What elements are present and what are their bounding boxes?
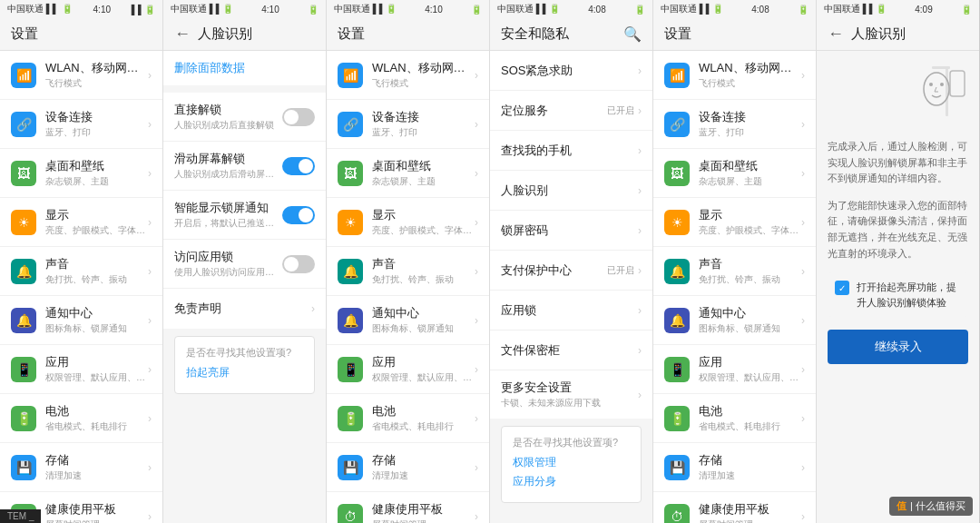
app-lock-sub: 使用人脸识别访问应用锁及被锁定应用 [174, 266, 282, 279]
search-suggest-1: 是否在寻找其他设置项? 抬起亮屏 [174, 336, 315, 394]
settings-item-battery-1[interactable]: 🔋 电池 省电模式、耗电排行 › [0, 394, 162, 443]
applock-item[interactable]: 应用锁 › [490, 291, 652, 331]
settings-item-wallpaper-1[interactable]: 🖼 桌面和壁纸 杂志锁屏、主题 › [0, 149, 162, 198]
item-apps-5[interactable]: 📱 应用 权限管理、默认应用、应用分身 › [653, 345, 816, 394]
app-lock-item[interactable]: 访问应用锁 使用人脸识别访问应用锁及被锁定应用 [163, 240, 326, 289]
settings-scroll-5[interactable]: 📶 WLAN、移动网络、 飞行模式 › 🔗 设备连接 蓝牙、打印 › [653, 51, 816, 523]
time-4: 4:08 [588, 5, 605, 15]
smart-notify-item[interactable]: 智能显示锁屏通知 开启后，将默认已推送通知详情，仅当人脸识别成功后才会显示 [163, 191, 326, 240]
slide-unlock-item[interactable]: 滑动屏幕解锁 人脸识别成功后滑动屏幕解锁 [163, 142, 326, 191]
wakeup-checkbox[interactable]: ✓ [835, 281, 849, 295]
back-button-2[interactable]: ← [174, 25, 191, 44]
item-sound-3[interactable]: 🔔 声音 免打扰、铃声、振动 › [327, 247, 489, 296]
find-phone-item[interactable]: 查找我的手机 › [490, 131, 652, 171]
item-notify-3[interactable]: 🔔 通知中心 图标角标、锁屏通知 › [327, 296, 489, 345]
item-sound-5[interactable]: 🔔 声音 免打扰、铃声、振动 › [653, 247, 816, 296]
settings-scroll-1[interactable]: 📶 WLAN、移动网络、 飞行模式 › 🔗 设备连接 蓝牙、打印 › [0, 51, 162, 523]
time-6: 4:09 [915, 5, 932, 15]
back-button-6[interactable]: ← [828, 25, 844, 44]
item-wallpaper-5[interactable]: 🖼 桌面和壁纸 杂志锁屏、主题 › [653, 149, 816, 198]
icons-5: 🔋 [798, 5, 808, 15]
notification-icon-1: 🔔 [11, 308, 36, 333]
item-health-3[interactable]: ⏱ 健康使用平板 屏幕时间管理 › [327, 492, 489, 523]
suggest-title-2: 是否在寻找其他设置项? [513, 436, 630, 449]
slide-unlock-toggle[interactable] [282, 157, 315, 175]
carrier-4: 中国联通 ▌▌🔋 [497, 3, 560, 15]
chevron-2: › [148, 118, 152, 131]
item-network-3[interactable]: 📶 WLAN、移动网络、 飞行模式 › [327, 51, 489, 100]
item-device-3[interactable]: 🔗 设备连接 蓝牙、打印 › [327, 100, 489, 149]
item-apps-3[interactable]: 📱 应用 权限管理、默认应用、应用分身 › [327, 345, 489, 394]
display-icon-1: ☀ [11, 210, 36, 235]
svg-point-3 [924, 73, 949, 105]
safe-item[interactable]: 文件保密柜 › [490, 331, 652, 370]
lock-password-item[interactable]: 锁屏密码 › [490, 211, 652, 251]
item-device-5[interactable]: 🔗 设备连接 蓝牙、打印 › [653, 100, 816, 149]
settings-item-display-1[interactable]: ☀ 显示 亮度、护眼模式、字体与显示大小 › [0, 198, 162, 247]
apps-sub-1: 权限管理、默认应用、应用分身 [45, 371, 148, 384]
safe-title: 文件保密柜 [501, 342, 638, 359]
direct-unlock-item[interactable]: 直接解锁 人脸识别成功后直接解锁 [163, 93, 326, 142]
face-id-item[interactable]: 人脸识别 › [490, 171, 652, 211]
disclaimer-item[interactable]: 免责声明 › [163, 289, 326, 329]
icons-4: 🔋 [634, 5, 645, 15]
item-notify-5[interactable]: 🔔 通知中心 图标角标、锁屏通知 › [653, 296, 816, 345]
icons-6: 🔋 [961, 5, 972, 15]
item-network-5[interactable]: 📶 WLAN、移动网络、 飞行模式 › [653, 51, 816, 100]
item-battery-5[interactable]: 🔋 电池 省电模式、耗电排行 › [653, 394, 816, 443]
chevron-9: › [148, 461, 152, 474]
settings-item-network-1[interactable]: 📶 WLAN、移动网络、 飞行模式 › [0, 51, 162, 100]
nav-bar-6: ← 人脸识别 [817, 18, 979, 51]
disclaimer-chevron: › [311, 302, 315, 315]
icons-3: 🔋 [471, 5, 482, 15]
settings-scroll-3[interactable]: 📶 WLAN、移动网络、 飞行模式 › 🔗 设备连接 蓝牙、打印 › [327, 51, 489, 523]
smart-notify-toggle[interactable] [282, 206, 315, 224]
settings-item-storage-1[interactable]: 💾 存储 清理加速 › [0, 443, 162, 492]
payment-item[interactable]: 支付保护中心 已开启 › [490, 251, 652, 291]
item-storage-3[interactable]: 💾 存储 清理加速 › [327, 443, 489, 492]
suggest-permissions[interactable]: 权限管理 [513, 455, 630, 470]
location-badge: 已开启 [607, 104, 634, 117]
chevron-7: › [148, 363, 152, 376]
storage-title-1: 存储 [45, 452, 148, 469]
item-wallpaper-3[interactable]: 🖼 桌面和壁纸 杂志锁屏、主题 › [327, 149, 489, 198]
face-id-title: 人脸识别 [501, 183, 638, 199]
suggest-appclone[interactable]: 应用分身 [513, 474, 630, 489]
enroll-button[interactable]: 继续录入 [828, 330, 968, 364]
settings-section-3: 📶 WLAN、移动网络、 飞行模式 › 🔗 设备连接 蓝牙、打印 › [327, 51, 489, 523]
nav-bar-2: ← 人脸识别 [163, 18, 326, 51]
direct-unlock-title: 直接解锁 [174, 102, 282, 118]
item-display-5[interactable]: ☀ 显示 亮度、护眼模式、字体与显示大小 › [653, 198, 816, 247]
face-scroll[interactable]: 删除面部数据 直接解锁 人脸识别成功后直接解锁 滑动屏幕解锁 人脸识别成功后滑动… [163, 51, 326, 523]
chevron-8: › [148, 412, 152, 425]
wakeup-checkbox-item[interactable]: ✓ 打开抬起亮屏功能，提升人脸识别解锁体验 [828, 272, 968, 317]
more-security-item[interactable]: 更多安全设置 卡锁、未知来源应用下载 › [490, 370, 652, 419]
item-storage-5[interactable]: 💾 存储 清理加速 › [653, 443, 816, 492]
panel-settings-5: 中国联通 ▌▌🔋 4:08 🔋 设置 📶 WLAN、移动网络、 飞行模式 › 🔗 [653, 0, 817, 523]
settings-item-sound-1[interactable]: 🔔 声音 免打扰、铃声、振动 › [0, 247, 162, 296]
settings-item-device-1[interactable]: 🔗 设备连接 蓝牙、打印 › [0, 100, 162, 149]
device-title-1: 设备连接 [45, 109, 148, 125]
delete-face-btn[interactable]: 删除面部数据 [174, 61, 245, 74]
app-lock-toggle[interactable] [282, 255, 315, 273]
status-bar-6: 中国联通 ▌▌🔋 4:09 🔋 [817, 0, 979, 18]
sos-item[interactable]: SOS紧急求助 › [490, 51, 652, 91]
location-item[interactable]: 定位服务 已开启 › [490, 91, 652, 131]
item-battery-3[interactable]: 🔋 电池 省电模式、耗电排行 › [327, 394, 489, 443]
carrier-6: 中国联通 ▌▌🔋 [824, 3, 887, 15]
face-desc-text-2: 为了您能部快速录入您的面部特征，请确保摄像头清洁，保持面部无遮挡，并在光线充足、… [828, 198, 968, 262]
item-display-3[interactable]: ☀ 显示 亮度、护眼模式、字体与显示大小 › [327, 198, 489, 247]
time-5: 4:08 [751, 5, 769, 15]
security-scroll[interactable]: SOS紧急求助 › 定位服务 已开启 › 查找我的手机 [490, 51, 652, 523]
search-button-4[interactable]: 🔍 [623, 25, 642, 43]
settings-item-apps-1[interactable]: 📱 应用 权限管理、默认应用、应用分身 › [0, 345, 162, 394]
health-title-1: 健康使用平板 [45, 501, 148, 518]
direct-unlock-toggle[interactable] [282, 108, 315, 126]
item-health-5[interactable]: ⏱ 健康使用平板 屏幕时间管理 › [653, 492, 816, 523]
bottom-text: TEM _ [7, 511, 34, 521]
settings-item-notification-1[interactable]: 🔔 通知中心 图标角标、锁屏通知 › [0, 296, 162, 345]
suggest-link-wakeup[interactable]: 抬起亮屏 [186, 365, 303, 380]
face-detail-scroll[interactable]: 完成录入后，通过人脸检测，可实现人脸识别解锁屏幕和非主手不到锁屏通知的详细内容。… [817, 51, 979, 523]
apps-icon-1: 📱 [11, 357, 36, 382]
status-bar-5: 中国联通 ▌▌🔋 4:08 🔋 [653, 0, 816, 18]
